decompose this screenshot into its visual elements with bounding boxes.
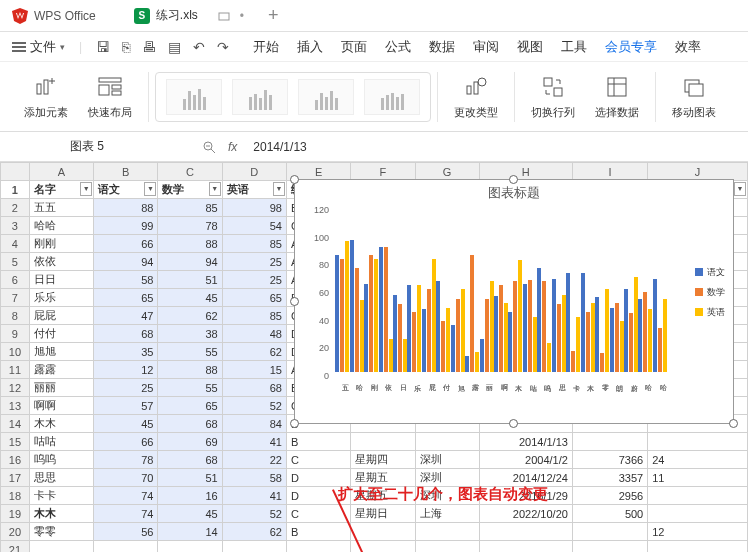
cell[interactable]: 58 xyxy=(94,271,158,289)
preset-4[interactable] xyxy=(364,79,420,115)
cell[interactable]: 25 xyxy=(94,379,158,397)
row-header[interactable]: 16 xyxy=(1,451,30,469)
cell[interactable]: 咕咕 xyxy=(29,433,93,451)
cell[interactable]: 依依 xyxy=(29,253,93,271)
row-header[interactable]: 17 xyxy=(1,469,30,487)
change-type-button[interactable]: 更改类型 xyxy=(444,66,508,128)
chart-style-presets[interactable] xyxy=(155,72,431,122)
window-icon[interactable] xyxy=(218,10,230,22)
col-header-D[interactable]: D xyxy=(222,163,286,181)
row-header[interactable]: 12 xyxy=(1,379,30,397)
cell[interactable]: 木木 xyxy=(29,415,93,433)
cell[interactable]: 54 xyxy=(222,217,286,235)
header-cell[interactable]: 语文▼ xyxy=(94,181,158,199)
cell[interactable]: 啊啊 xyxy=(29,397,93,415)
save-icon[interactable]: 🖫 xyxy=(96,39,110,55)
row-header[interactable]: 4 xyxy=(1,235,30,253)
tab-more-icon[interactable]: • xyxy=(240,9,244,23)
cell[interactable] xyxy=(415,523,479,541)
cell[interactable]: 74 xyxy=(94,487,158,505)
cell[interactable]: 零零 xyxy=(29,523,93,541)
cell[interactable]: 78 xyxy=(158,217,222,235)
col-header-C[interactable]: C xyxy=(158,163,222,181)
cell[interactable]: 88 xyxy=(158,235,222,253)
row-header[interactable]: 15 xyxy=(1,433,30,451)
cell[interactable]: 哈哈 xyxy=(29,217,93,235)
cell[interactable]: 47 xyxy=(94,307,158,325)
resize-handle[interactable] xyxy=(290,175,299,184)
cell[interactable]: 65 xyxy=(158,397,222,415)
cell[interactable] xyxy=(572,523,647,541)
cell[interactable]: 41 xyxy=(222,487,286,505)
cell[interactable]: 48 xyxy=(222,325,286,343)
cell[interactable]: 85 xyxy=(158,199,222,217)
filter-button[interactable]: ▼ xyxy=(734,182,746,196)
cell[interactable]: 55 xyxy=(158,379,222,397)
cell[interactable]: 69 xyxy=(158,433,222,451)
col-header-H[interactable]: H xyxy=(479,163,572,181)
cell[interactable]: 2956 xyxy=(572,487,647,505)
file-menu[interactable]: 文件 ▾ xyxy=(12,38,65,56)
print-icon[interactable]: 🖶 xyxy=(142,39,156,55)
row-header[interactable]: 14 xyxy=(1,415,30,433)
cell[interactable] xyxy=(572,433,647,451)
preset-2[interactable] xyxy=(232,79,288,115)
new-tab-button[interactable]: + xyxy=(268,5,279,26)
cell[interactable]: 85 xyxy=(222,307,286,325)
undo-icon[interactable]: ↶ xyxy=(193,39,205,55)
row-header[interactable]: 13 xyxy=(1,397,30,415)
cell[interactable]: 五五 xyxy=(29,199,93,217)
cell[interactable]: 付付 xyxy=(29,325,93,343)
cell[interactable]: 3357 xyxy=(572,469,647,487)
select-all-corner[interactable] xyxy=(1,163,30,181)
cell[interactable]: 星期四 xyxy=(351,451,415,469)
cell[interactable]: C xyxy=(286,451,350,469)
cell[interactable]: B xyxy=(286,523,350,541)
cell[interactable]: 84 xyxy=(222,415,286,433)
embedded-chart[interactable]: 图表标题 020406080100120 五五哈哈刚刚依依日日乐乐屁屁付付旭旭露… xyxy=(294,179,734,424)
add-element-button[interactable]: 添加元素 xyxy=(14,66,78,128)
cell[interactable]: 65 xyxy=(222,289,286,307)
formula-input[interactable]: 2014/1/13 xyxy=(253,140,306,154)
row-header[interactable]: 9 xyxy=(1,325,30,343)
cell[interactable] xyxy=(648,487,748,505)
cell[interactable]: 78 xyxy=(94,451,158,469)
resize-handle[interactable] xyxy=(290,297,299,306)
cell[interactable]: 88 xyxy=(158,361,222,379)
cell[interactable]: 68 xyxy=(158,451,222,469)
row-header[interactable]: 1 xyxy=(1,181,30,199)
cell[interactable]: 2022/10/20 xyxy=(479,505,572,523)
quick-layout-button[interactable]: 快速布局 xyxy=(78,66,142,128)
cell[interactable]: 51 xyxy=(158,469,222,487)
cell[interactable]: 62 xyxy=(222,343,286,361)
cell[interactable]: 乐乐 xyxy=(29,289,93,307)
row-header[interactable]: 20 xyxy=(1,523,30,541)
cell[interactable]: 24 xyxy=(648,451,748,469)
cell[interactable]: B xyxy=(286,433,350,451)
col-header-A[interactable]: A xyxy=(29,163,93,181)
cell[interactable]: 7366 xyxy=(572,451,647,469)
cell[interactable]: 45 xyxy=(158,289,222,307)
cell[interactable]: 68 xyxy=(158,415,222,433)
cell[interactable]: 68 xyxy=(94,325,158,343)
cell[interactable]: 41 xyxy=(222,433,286,451)
row-header[interactable]: 19 xyxy=(1,505,30,523)
cell[interactable]: 88 xyxy=(94,199,158,217)
cell[interactable]: 日日 xyxy=(29,271,93,289)
menu-tab-8[interactable]: 会员专享 xyxy=(605,38,657,56)
preset-1[interactable] xyxy=(166,79,222,115)
cell[interactable]: 45 xyxy=(158,505,222,523)
row-header[interactable]: 18 xyxy=(1,487,30,505)
cell[interactable]: 刚刚 xyxy=(29,235,93,253)
cell[interactable]: 屁屁 xyxy=(29,307,93,325)
switch-rowcol-button[interactable]: 切换行列 xyxy=(521,66,585,128)
cell[interactable]: 2004/1/2 xyxy=(479,451,572,469)
cell[interactable]: 74 xyxy=(94,505,158,523)
col-header-I[interactable]: I xyxy=(572,163,647,181)
cell[interactable]: 85 xyxy=(222,235,286,253)
preview-icon[interactable]: ▤ xyxy=(168,39,181,55)
cell[interactable]: 45 xyxy=(94,415,158,433)
cell[interactable]: 94 xyxy=(94,253,158,271)
cell[interactable] xyxy=(415,433,479,451)
cell[interactable]: 卡卡 xyxy=(29,487,93,505)
